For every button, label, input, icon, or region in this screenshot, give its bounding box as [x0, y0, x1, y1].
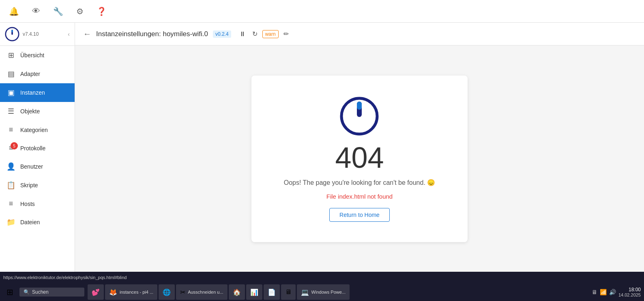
header-actions: ⏸ ↻ warn ✏ [238, 28, 290, 39]
svg-rect-2 [11, 30, 13, 32]
protokolle-badge: 5 [11, 142, 18, 149]
taskbar-app-scissors-label: Ausschneiden u... [188, 290, 223, 295]
eye-icon[interactable]: 👁 [30, 4, 43, 18]
main-layout: v7.4.10 ‹ ⊞ Übersicht ▤ Adapter ▣ Instan… [0, 23, 644, 272]
sidebar-item-adapter[interactable]: ▤ Adapter [0, 65, 75, 83]
objects-icon: ☰ [6, 107, 15, 116]
sidebar-collapse-btn[interactable]: ‹ [68, 31, 70, 37]
bell-icon[interactable]: 🔔 [6, 4, 21, 19]
back-button[interactable]: ← [83, 29, 91, 39]
taskbar-clock[interactable]: 18:00 14.02.2025 [618, 287, 641, 297]
sidebar-label-adapter: Adapter [20, 71, 40, 77]
sidebar-item-uebersicht[interactable]: ⊞ Übersicht [0, 46, 75, 65]
taskbar-right: 🖥 📶 🔊 18:00 14.02.2025 [592, 287, 642, 297]
scripts-icon: 📋 [6, 181, 15, 190]
sidebar-label-uebersicht: Übersicht [20, 52, 44, 58]
taskbar-app-scissors[interactable]: ✂ Ausschneiden u... [176, 284, 227, 300]
help-icon[interactable]: ❓ [94, 4, 109, 19]
sidebar-item-skripte[interactable]: 📋 Skripte [0, 176, 75, 195]
sidebar-label-protokolle: Protokolle [20, 145, 45, 152]
taskbar-app-terminal1[interactable]: 🖥 [281, 284, 296, 300]
taskbar-app-excel[interactable]: 📊 [246, 284, 262, 300]
content-area: ← Instanzeinstellungen: hoymiles-wifi.0 … [75, 23, 644, 272]
taskbar-app-powershell[interactable]: 💻 Windows Powe... [297, 284, 350, 300]
grid-icon: ⊞ [6, 51, 15, 60]
pause-button[interactable]: ⏸ [238, 29, 247, 39]
sidebar-item-protokolle[interactable]: 5 ≡ Protokolle [0, 139, 75, 157]
taskbar-app-powershell-label: Windows Powe... [311, 290, 346, 295]
wrench-icon[interactable]: 🔧 [51, 4, 66, 19]
sidebar-label-dateien: Dateien [20, 219, 40, 225]
files-icon: 📁 [6, 218, 15, 227]
sidebar-item-dateien[interactable]: 📁 Dateien [0, 213, 75, 232]
taskbar: ⊞ 🔍 Suchen 💕 🦊 instances - pi4 ... 🌐 ✂ A… [0, 283, 644, 301]
version-badge: v0.2.4 [213, 30, 231, 38]
sidebar-version: v7.4.10 [23, 31, 64, 37]
top-toolbar: 🔔 👁 🔧 ⚙ ❓ [0, 0, 644, 23]
status-url: https://www.elektroniktutor.de/elektroph… [3, 275, 127, 280]
categories-icon: ≡ [6, 126, 15, 134]
taskbar-app-instances[interactable]: 🦊 instances - pi4 ... [105, 284, 157, 300]
sidebar-item-hosts[interactable]: ≡ Hosts [0, 195, 75, 213]
error-message: Oops! The page you're looking for can't … [284, 179, 436, 186]
page-content: 404 Oops! The page you're looking for ca… [75, 45, 644, 272]
instances-icon: ▣ [6, 88, 15, 97]
start-button[interactable]: ⊞ [2, 284, 18, 300]
sidebar-item-instanzen[interactable]: ▣ Instanzen [0, 83, 75, 102]
sidebar: v7.4.10 ‹ ⊞ Übersicht ▤ Adapter ▣ Instan… [0, 23, 75, 272]
error-card: 404 Oops! The page you're looking for ca… [251, 76, 468, 242]
sidebar-item-benutzer[interactable]: 👤 Benutzer [0, 157, 75, 176]
error-page-logo [339, 96, 380, 136]
page-title: Instanzeinstellungen: hoymiles-wifi.0 [96, 30, 208, 38]
taskbar-date-display: 14.02.2025 [618, 292, 641, 297]
taskbar-search-text: Suchen [32, 289, 49, 295]
status-bar: https://www.elektroniktutor.de/elektroph… [0, 272, 644, 283]
taskbar-time-display: 18:00 [629, 287, 641, 292]
reload-button[interactable]: ↻ [251, 28, 259, 39]
return-home-button[interactable]: Return to Home [329, 208, 390, 222]
taskbar-app-explorer[interactable]: 🏠 [229, 284, 245, 300]
taskbar-app-word[interactable]: 📄 [264, 284, 280, 300]
adapter-icon: ▤ [6, 69, 15, 78]
error-code: 404 [335, 143, 384, 172]
iobroker-logo [5, 27, 19, 41]
sidebar-label-hosts: Hosts [20, 201, 35, 207]
page-header: ← Instanzeinstellungen: hoymiles-wifi.0 … [75, 23, 644, 45]
edit-button[interactable]: ✏ [282, 28, 290, 39]
sidebar-label-instanzen: Instanzen [20, 89, 45, 96]
warn-badge: warn [262, 30, 279, 38]
tray-icon-3[interactable]: 🔊 [609, 289, 616, 295]
taskbar-app-birds[interactable]: 💕 [88, 284, 104, 300]
sidebar-label-skripte: Skripte [20, 182, 38, 188]
sidebar-label-kategorien: Kategorien [20, 127, 48, 133]
sidebar-item-kategorien[interactable]: ≡ Kategorien [0, 121, 75, 139]
tray-icon-2[interactable]: 📶 [600, 289, 607, 295]
tray-icon-1[interactable]: 🖥 [592, 289, 597, 295]
sidebar-label-benutzer: Benutzer [20, 163, 43, 170]
sidebar-label-objekte: Objekte [20, 108, 40, 115]
taskbar-search[interactable]: 🔍 Suchen [19, 288, 84, 297]
sidebar-header: v7.4.10 ‹ [0, 23, 75, 46]
gear-icon[interactable]: ⚙ [74, 4, 86, 19]
error-file: File index.html not found [326, 193, 393, 200]
user-icon: 👤 [6, 162, 15, 171]
svg-rect-5 [357, 102, 362, 110]
taskbar-app-instances-label: instances - pi4 ... [120, 290, 153, 295]
sidebar-item-objekte[interactable]: ☰ Objekte [0, 102, 75, 121]
hosts-icon: ≡ [6, 199, 15, 208]
taskbar-app-browser[interactable]: 🌐 [159, 284, 175, 300]
